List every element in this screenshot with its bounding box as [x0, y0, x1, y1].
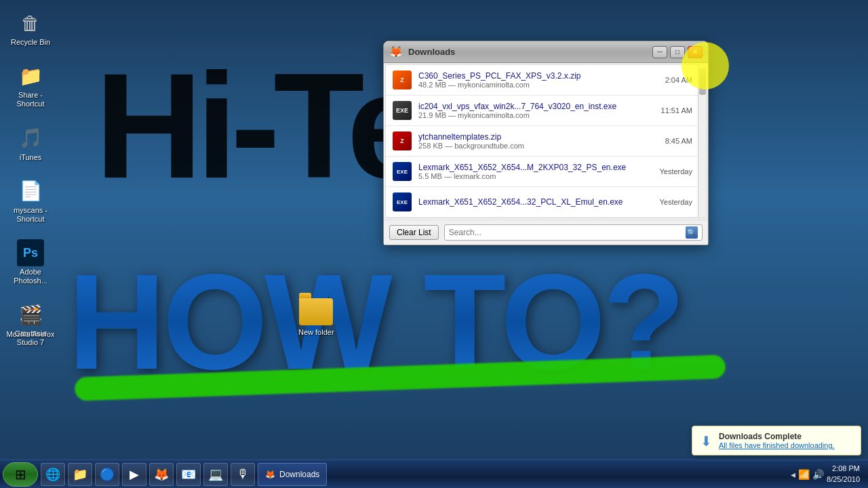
downloads-scrollbar[interactable] [698, 65, 706, 218]
myscans-image: 📄 [17, 178, 44, 205]
taskbar-media-button[interactable]: ▶ [122, 463, 146, 486]
system-tray: ◂ 📶 🔊 2:08 PM 8/25/2010 [785, 464, 865, 485]
dl-icon-lexmark-2: EXE [391, 191, 413, 213]
dl-info-2: ic204_vxl_vps_vfax_win2k...7_764_v3020_e… [418, 102, 656, 119]
lexmark-exe-icon-1: EXE [393, 162, 412, 181]
desktop-icons-left: 🗑 Recycle Bin 📁 Share - Shortcut 🎵 iTune… [3, 7, 58, 342]
taskbar-ie2-button[interactable]: 🔵 [95, 463, 119, 486]
yt-zip-icon: Z [393, 131, 412, 150]
ie2-icon: 🔵 [100, 467, 115, 482]
dl-time-3: 8:45 AM [665, 137, 692, 145]
tray-clock-icon: 2:08 PM 8/25/2010 [827, 464, 860, 485]
camtasia-icon[interactable]: 🎬 Camtasia Studio 7 [3, 298, 58, 350]
window-title: Downloads [408, 47, 647, 57]
search-input[interactable] [449, 228, 683, 237]
taskbar-explorer-button[interactable]: 📁 [68, 463, 92, 486]
download-item-2[interactable]: EXE ic204_vxl_vps_vfax_win2k...7_764_v30… [386, 96, 698, 126]
taskbar: ⊞ 🌐 📁 🔵 ▶ 🦊 📧 💻 🎙 🦊 Downloads [0, 460, 868, 488]
clock-display: 2:08 PM 8/25/2010 [827, 464, 860, 485]
download-item-4[interactable]: EXE Lexmark_X651_X652_X654...M_2KXP03_32… [386, 157, 698, 187]
dl-meta-1: 48.2 MB — mykonicaminolta.com [418, 81, 660, 89]
start-button[interactable]: ⊞ [3, 462, 38, 487]
unknown3-icon: 🎙 [237, 467, 249, 481]
clear-list-button[interactable]: Clear List [389, 225, 439, 240]
notification-title: Downloads Complete [719, 432, 852, 441]
camtasia-area: 🎬 Camtasia Studio 7 [3, 298, 58, 350]
adobe-ps-icon[interactable]: Ps Adobe Photosh... [3, 237, 58, 288]
recycle-bin-label: Recycle Bin [11, 38, 50, 47]
downloads-list: Z C360_Series_PS_PCL_FAX_XPS_v3.2.x.zip … [386, 65, 698, 218]
tray-network-icon[interactable]: 📶 [798, 469, 810, 480]
downloads-list-wrapper: Z C360_Series_PS_PCL_FAX_XPS_v3.2.x.zip … [386, 65, 706, 218]
share-shortcut-image: 📁 [17, 62, 44, 89]
dl-info-4: Lexmark_X651_X652_X654...M_2KXP03_32_PS_… [418, 163, 654, 180]
notification-text: Downloads Complete All files have finish… [719, 432, 852, 449]
download-item-5[interactable]: EXE Lexmark_X651_X652_X654...32_PCL_XL_E… [386, 187, 698, 218]
myscans-icon[interactable]: 📄 myscans - Shortcut [3, 175, 58, 226]
taskbar-firefox-button[interactable]: 🦊 [149, 463, 174, 486]
myscans-label: myscans - Shortcut [6, 206, 55, 224]
new-folder-label: New folder [298, 328, 334, 337]
tray-volume-icon[interactable]: 🔊 [812, 469, 824, 480]
itunes-label: iTunes [20, 153, 42, 162]
close-button[interactable]: ✕ [688, 46, 703, 58]
dl-filename-1: C360_Series_PS_PCL_FAX_XPS_v3.2.x.zip [418, 71, 660, 81]
dl-filename-5: Lexmark_X651_X652_X654...32_PCL_XL_Emul_… [418, 197, 654, 207]
dl-time-5: Yesterday [659, 198, 692, 206]
window-controls: ─ □ ✕ [652, 46, 703, 58]
ie-icon: 🌐 [45, 467, 60, 482]
itunes-image: 🎵 [17, 125, 44, 152]
dl-filename-2: ic204_vxl_vps_vfax_win2k...7_764_v3020_e… [418, 102, 656, 111]
tray-arrow-icon[interactable]: ◂ [791, 469, 795, 480]
taskbar-unknown2-button[interactable]: 💻 [203, 463, 228, 486]
taskbar-ie-button[interactable]: 🌐 [41, 463, 65, 486]
media-icon: ▶ [130, 467, 139, 482]
taskbar-firefox-icon: 🦊 [154, 467, 169, 482]
new-folder-desktop-icon[interactable]: New folder [298, 298, 334, 337]
dl-meta-3: 258 KB — backgroundtube.com [418, 142, 660, 150]
downloads-content: Z C360_Series_PS_PCL_FAX_XPS_v3.2.x.zip … [385, 64, 707, 218]
download-item-3[interactable]: Z ytchanneltemplates.zip 258 KB — backgr… [386, 126, 698, 157]
taskbar-downloads-icon: 🦊 [265, 470, 275, 479]
dl-icon-exe-konica: EXE [391, 100, 413, 121]
dl-filename-4: Lexmark_X651_X652_X654...M_2KXP03_32_PS_… [418, 163, 654, 172]
taskbar-downloads-button[interactable]: 🦊 Downloads [258, 463, 327, 486]
share-shortcut-icon[interactable]: 📁 Share - Shortcut [3, 60, 58, 111]
maximize-button[interactable]: □ [670, 46, 685, 58]
taskbar-downloads-label: Downloads [279, 470, 319, 479]
desktop: Hi-Tech HOW TO? 🗑 Recycle Bin 📁 Share - … [0, 0, 868, 488]
lexmark-exe-icon-2: EXE [393, 192, 412, 211]
dl-meta-4: 5.5 MB — lexmark.com [418, 172, 654, 180]
unknown2-icon: 💻 [208, 467, 223, 482]
dl-time-2: 11:51 AM [661, 106, 692, 115]
camtasia-image: 🎬 [17, 301, 44, 328]
notification-description[interactable]: All files have finished downloading. [719, 441, 852, 449]
new-folder-image [299, 298, 333, 325]
scrollbar-thumb [699, 68, 706, 95]
konica-exe-icon: EXE [393, 101, 412, 120]
dl-icon-zip-konica: Z [391, 69, 413, 91]
dl-icon-yt-zip: Z [391, 130, 413, 152]
window-firefox-icon: 🦊 [389, 45, 403, 58]
dl-info-3: ytchanneltemplates.zip 258 KB — backgrou… [418, 132, 660, 150]
dl-time-4: Yesterday [659, 167, 692, 176]
search-icon-button[interactable]: 🔍 [686, 226, 698, 239]
window-footer: Clear List 🔍 [384, 220, 708, 245]
recycle-bin-icon[interactable]: 🗑 Recycle Bin [3, 7, 58, 49]
dl-filename-3: ytchanneltemplates.zip [418, 132, 660, 142]
itunes-icon[interactable]: 🎵 iTunes [3, 122, 58, 165]
taskbar-unknown1-button[interactable]: 📧 [176, 463, 201, 486]
download-item-1[interactable]: Z C360_Series_PS_PCL_FAX_XPS_v3.2.x.zip … [386, 65, 698, 96]
explorer-icon: 📁 [73, 467, 87, 482]
search-box: 🔍 [444, 224, 703, 241]
unknown1-icon: 📧 [181, 467, 196, 482]
camtasia-label: Camtasia Studio 7 [6, 329, 55, 347]
minimize-button[interactable]: ─ [652, 46, 667, 58]
window-titlebar: 🦊 Downloads ─ □ ✕ [384, 41, 708, 63]
downloads-window: 🦊 Downloads ─ □ ✕ Z [383, 41, 709, 245]
adobe-ps-image: Ps [17, 239, 44, 266]
start-orb-icon: ⊞ [15, 466, 26, 483]
dl-meta-2: 21.9 MB — mykonicaminolta.com [418, 111, 656, 119]
taskbar-unknown3-button[interactable]: 🎙 [231, 463, 255, 486]
notification-popup: ⬇ Downloads Complete All files have fini… [692, 426, 861, 455]
